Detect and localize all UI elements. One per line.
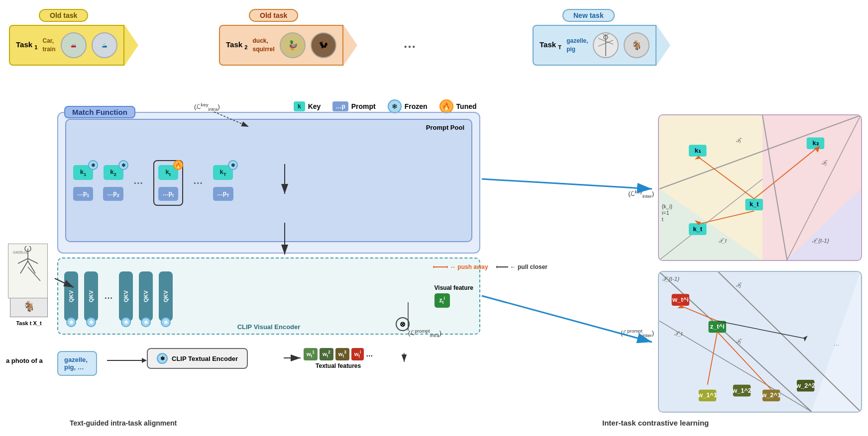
svg-text:𝒯_t: 𝒯_t: [718, 237, 727, 244]
task1-img2: 🚄: [92, 32, 117, 58]
svg-text:t: t: [662, 216, 663, 222]
loss-prompt-intra: (ℒpromptintra): [408, 328, 441, 338]
svg-marker-79: [496, 265, 497, 268]
svg-text:w_1^2: w_1^2: [732, 387, 752, 394]
wt-dots: …: [366, 350, 373, 358]
pull-closer-text: ← pull closer: [510, 263, 547, 270]
legend-tuned-label: Tuned: [456, 102, 477, 110]
loss-prompt-inter: (ℒpromptinter): [621, 328, 654, 338]
taskT-section: New task Task T gazelle, pig 🐐: [533, 9, 670, 66]
legend-key: k Key: [294, 101, 321, 111]
svg-text:w_2^1: w_2^1: [761, 391, 781, 399]
kt-fire: 🔥: [173, 160, 183, 170]
svg-text:𝒯_{t-1}: 𝒯_{t-1}: [812, 237, 829, 244]
pT-box: …pT: [213, 187, 233, 201]
legend: k Key …p Prompt ❄ Frozen 🔥 Tuned: [294, 99, 477, 113]
qkv2: QKV ❄: [84, 271, 98, 321]
taskT-name: Task T: [540, 40, 561, 50]
match-function-container: Match Function Prompt Pool k1 ❄ …p1 k2 ❄…: [57, 112, 480, 254]
wt1-badge: wt1: [304, 348, 318, 360]
qkv4-frozen: ❄: [141, 317, 151, 327]
loss-inter-key: (ℒkeyinter): [628, 189, 654, 199]
wti-badge: wti: [351, 348, 364, 360]
svg-marker-77: [447, 265, 448, 268]
k1-box: k1 ❄: [73, 165, 93, 180]
svg-text:w_t^i: w_t^i: [672, 296, 688, 303]
legend-prompt: …p Prompt: [332, 101, 375, 111]
svg-text:k_t: k_t: [750, 200, 759, 208]
pt-box: …pt: [158, 187, 178, 201]
svg-text:𝒯_t: 𝒯_t: [674, 330, 683, 337]
task2-pill: Old task: [249, 9, 298, 22]
qkv3: QKV ❄: [119, 271, 133, 321]
p1-box: …p1: [73, 187, 93, 201]
kp-dots: …: [133, 175, 143, 186]
push-away-label: ↔ push away: [433, 263, 488, 270]
clip-textual-label: CLIP Textual Encoder: [172, 355, 238, 362]
visual-feature-group: Visual feature zti: [434, 284, 473, 307]
p2-box: …p2: [103, 187, 123, 201]
push-away-text: ↔ push away: [450, 263, 488, 270]
k2-box: k2 ❄: [104, 165, 123, 180]
task2-classes: duck, squirrel: [253, 37, 275, 54]
cross-product: ⊗: [396, 317, 410, 331]
pull-closer-label: ← pull closer: [496, 263, 547, 270]
task1-pill: Old task: [39, 9, 88, 22]
prompt-contrastive-diagram: w_t^i z_t^i w_1^1 w_2^1 w_1^2 w_2^2 𝒯_t …: [658, 271, 862, 413]
kp2-group: k2 ❄ …p2: [103, 165, 123, 201]
kp-dots2: …: [193, 175, 203, 186]
taskT-classes: gazelle, pig: [566, 37, 588, 54]
task2-section: Old task Task 2 duck, squirrel 🦆 🐿: [219, 9, 357, 66]
inter-task-label: Inter-task contrastive learning: [602, 419, 709, 427]
clip-textual-encoder: ❄ CLIP Textual Encoder: [147, 348, 248, 369]
task1-classes: Car, train: [43, 37, 56, 54]
clip-visual-encoder: CLIP Visual Encoder QKV ❄ QKV ❄ … QKV ❄ …: [57, 258, 480, 335]
kpT-group: kT ❄ …pT: [213, 165, 233, 201]
svg-text:{k_i}: {k_i}: [662, 203, 672, 209]
svg-text:…: …: [834, 340, 840, 347]
qkv3-frozen: ❄: [121, 317, 131, 327]
wt2-badge: wt2: [320, 348, 333, 360]
k1-frozen: ❄: [88, 160, 98, 170]
svg-marker-17: [142, 358, 147, 363]
svg-text:𝒯_{t-1}: 𝒯_{t-1}: [662, 275, 679, 282]
taskT-img2: 🐐: [624, 32, 650, 58]
k2-frozen: ❄: [118, 160, 128, 170]
prompt-pool-label: Prompt Pool: [426, 124, 464, 131]
svg-text:z_t^i: z_t^i: [710, 323, 725, 330]
text-classes-box: gazelle,pig, …: [57, 351, 97, 376]
svg-line-10: [20, 261, 28, 273]
task1-name: Task 1: [16, 40, 38, 50]
textual-features-label: Textual features: [304, 362, 373, 369]
legend-frozen-label: Frozen: [405, 102, 428, 110]
qkv4: QKV ❄: [139, 271, 153, 321]
svg-text:k_t: k_t: [693, 225, 702, 233]
qkv2-frozen: ❄: [86, 317, 96, 327]
svg-text:GAZELLE: GAZELLE: [13, 251, 29, 254]
input-gazelle-img: GAZELLE: [8, 244, 48, 298]
legend-key-label: Key: [308, 102, 321, 110]
kT-frozen: ❄: [228, 160, 238, 170]
clip-visual-label: CLIP Visual Encoder: [237, 323, 301, 331]
task2-img2: 🐿: [311, 32, 336, 58]
legend-frozen: ❄ Frozen: [388, 99, 428, 113]
kpt-group: kt 🔥 …pt: [153, 160, 183, 206]
svg-marker-76: [433, 265, 434, 268]
task2-img1: 🦆: [280, 32, 306, 58]
task2-name: Task 2: [226, 40, 248, 50]
qkv1-frozen: ❄: [66, 317, 76, 327]
taskT-pill: New task: [562, 9, 615, 22]
svg-line-82: [482, 179, 652, 189]
qkv1: QKV ❄: [64, 271, 78, 321]
qkv5: QKV ❄: [159, 271, 173, 321]
visual-feature-label: Visual feature: [434, 284, 473, 291]
match-function-label: Match Function: [64, 106, 135, 118]
tuned-icon: 🔥: [439, 99, 453, 113]
svg-line-14: [28, 267, 40, 281]
kp1-group: k1 ❄ …p1: [73, 165, 93, 201]
text-prefix: a photo of a: [6, 357, 43, 364]
qkv5-frozen: ❄: [161, 317, 171, 327]
text-guided-label: Text-guided intra-task alignment: [70, 419, 177, 427]
svg-text:w_2^2: w_2^2: [795, 382, 815, 389]
textual-features-boxes: wt1 wt2 wt3 wti …: [304, 348, 373, 360]
